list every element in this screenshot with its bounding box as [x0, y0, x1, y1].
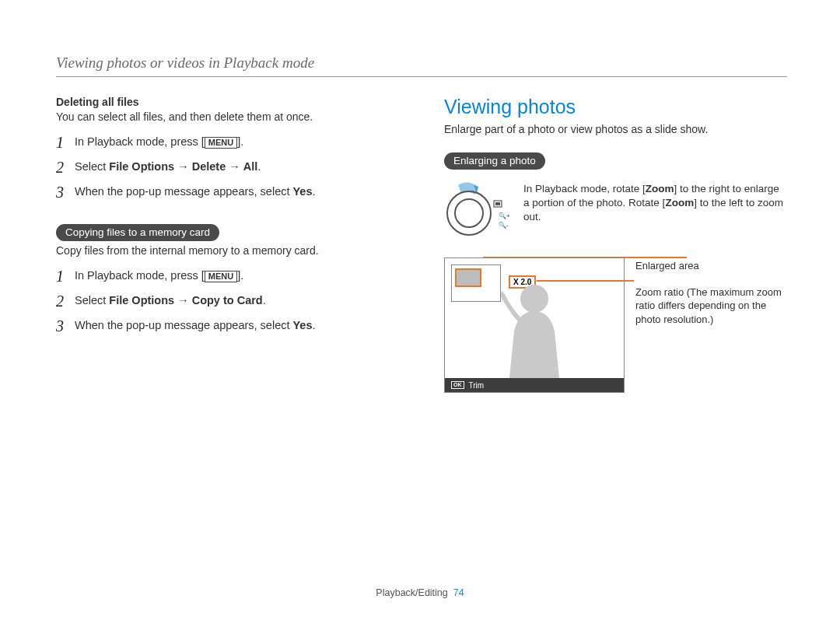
step-text-fragment: When the pop-up message appears, select — [75, 319, 293, 331]
step-bold: File Options — [109, 160, 174, 173]
zoom-dial-icon: 🔍+ 🔍- — [444, 182, 513, 243]
left-column: Deleting all files You can select all fi… — [56, 96, 399, 393]
step-text: Select File Options → Copy to Card. — [75, 292, 266, 309]
right-column: Viewing photos Enlarge part of a photo o… — [444, 96, 787, 393]
step-text-fragment: ]. — [237, 269, 243, 282]
step-number: 3 — [56, 317, 75, 335]
page-footer: Playback/Editing 74 — [0, 587, 840, 598]
step-bold: File Options — [109, 294, 174, 306]
trim-label: Trim — [469, 381, 485, 390]
step-text-fragment: ]. — [237, 135, 243, 148]
step-text-fragment: Select — [75, 160, 109, 173]
ok-icon: OK — [451, 381, 464, 389]
deleting-intro: You can select all files, and then delet… — [56, 110, 399, 123]
arrow-icon: → — [226, 160, 243, 173]
menu-button-icon: MENU — [205, 137, 237, 149]
text-bold: Zoom — [665, 197, 694, 208]
svg-point-6 — [520, 285, 548, 313]
step-item: 1 In Playback mode, press [MENU]. — [56, 268, 399, 285]
copying-intro: Copy files from the internal memory to a… — [56, 244, 399, 257]
step-text-fragment: Select — [75, 294, 109, 306]
step-text-fragment: When the pop-up message appears, select — [75, 185, 293, 198]
step-bold: All — [243, 160, 258, 173]
step-text: In Playback mode, press [MENU]. — [75, 134, 243, 150]
step-text-fragment: . — [313, 319, 316, 331]
step-item: 2 Select File Options → Delete → All. — [56, 159, 399, 176]
text-fragment: In Playback mode, rotate [ — [523, 183, 646, 194]
deleting-steps: 1 In Playback mode, press [MENU]. 2 Sele… — [56, 134, 399, 201]
step-bold: Yes — [293, 185, 313, 198]
step-text: Select File Options → Delete → All. — [75, 159, 261, 175]
step-number: 2 — [56, 292, 75, 310]
step-text: When the pop-up message appears, select … — [75, 317, 316, 334]
viewing-photos-title: Viewing photos — [444, 96, 787, 118]
callout-zoom-ratio: Zoom ratio (The maximum zoom ratio diffe… — [635, 285, 783, 327]
copying-steps: 1 In Playback mode, press [MENU]. 2 Sele… — [56, 268, 399, 335]
silhouette-icon — [488, 277, 581, 378]
step-text: When the pop-up message appears, select … — [75, 184, 316, 200]
callout-enlarged-area: Enlarged area — [635, 259, 783, 273]
step-number: 1 — [56, 134, 75, 151]
page-number: 74 — [453, 587, 464, 598]
trim-bar: OK Trim — [445, 378, 624, 392]
step-item: 3 When the pop-up message appears, selec… — [56, 317, 399, 335]
step-text-fragment: . — [263, 294, 266, 306]
camera-screen-illustration: X 2.0 OK Trim Enlarged area Zoom ratio (… — [444, 257, 787, 393]
step-item: 1 In Playback mode, press [MENU]. — [56, 134, 399, 151]
footer-section: Playback/Editing — [376, 587, 447, 598]
step-number: 3 — [56, 184, 75, 201]
zoom-instruction: In Playback mode, rotate [Zoom] to the r… — [523, 182, 787, 225]
step-text-fragment: In Playback mode, press [ — [75, 269, 205, 282]
step-text-fragment: . — [313, 185, 316, 198]
arrow-icon: → — [174, 294, 192, 306]
svg-point-1 — [455, 199, 483, 227]
deleting-subhead: Deleting all files — [56, 96, 399, 108]
text-bold: Zoom — [646, 183, 674, 194]
menu-button-icon: MENU — [205, 271, 237, 282]
step-number: 1 — [56, 268, 75, 285]
step-number: 2 — [56, 159, 75, 176]
step-bold: Copy to Card — [192, 294, 263, 306]
svg-point-0 — [447, 191, 491, 235]
svg-text:🔍-: 🔍- — [499, 221, 509, 229]
svg-text:🔍+: 🔍+ — [499, 212, 510, 219]
step-item: 2 Select File Options → Copy to Card. — [56, 292, 399, 310]
step-bold: Delete — [192, 160, 226, 173]
step-text-fragment: In Playback mode, press [ — [75, 135, 205, 148]
screen-frame: X 2.0 OK Trim — [444, 257, 625, 393]
enlarging-pill: Enlarging a photo — [444, 152, 545, 170]
svg-rect-3 — [495, 202, 500, 205]
page-header: Viewing photos or videos in Playback mod… — [56, 54, 787, 77]
copying-pill: Copying files to a memory card — [56, 224, 219, 241]
step-text: In Playback mode, press [MENU]. — [75, 268, 243, 284]
step-bold: Yes — [293, 319, 313, 331]
arrow-icon: → — [174, 160, 192, 173]
viewing-intro: Enlarge part of a photo or view photos a… — [444, 123, 787, 135]
step-text-fragment: . — [257, 160, 261, 173]
step-item: 3 When the pop-up message appears, selec… — [56, 184, 399, 201]
